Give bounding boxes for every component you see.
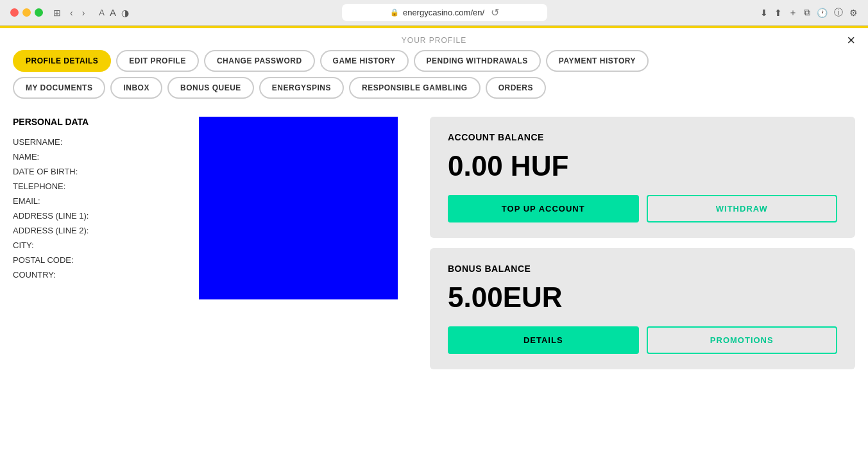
settings-icon[interactable]: ⚙ [849, 8, 858, 18]
minimize-traffic-light[interactable] [22, 8, 31, 17]
traffic-lights [10, 8, 43, 17]
tab-my-documents[interactable]: MY DOCUMENTS [13, 77, 105, 99]
forward-btn[interactable]: › [80, 6, 88, 19]
tab-game-history[interactable]: GAME HISTORY [320, 50, 409, 72]
personal-data-title: PERSONAL DATA [13, 117, 173, 127]
username-label: USERNAME: [13, 137, 173, 147]
tab-inbox[interactable]: INBOX [110, 77, 162, 99]
tab-overview-icon[interactable]: ⧉ [804, 7, 810, 18]
withdraw-button[interactable]: WITHDRAW [647, 195, 838, 222]
info-icon[interactable]: ⓘ [834, 7, 843, 19]
tab-payment-history[interactable]: PAYMENT HISTORY [546, 50, 649, 72]
downloads-icon[interactable]: ⬇ [760, 8, 768, 18]
avatar [199, 117, 398, 299]
tab-orders[interactable]: ORDERS [486, 77, 546, 99]
account-balance-card: ACCOUNT BALANCE 0.00 HUF TOP UP ACCOUNT … [430, 117, 855, 238]
fullscreen-traffic-light[interactable] [35, 8, 43, 17]
address2-label: ADDRESS (LINE 2): [13, 226, 173, 235]
share-icon[interactable]: ⬆ [774, 8, 782, 18]
address-bar[interactable]: 🔒 energycasino.com/en/ ↺ [137, 4, 753, 21]
email-label: EMAIL: [13, 196, 173, 206]
close-traffic-light[interactable] [10, 8, 19, 17]
personal-data-fields: USERNAME: NAME: DATE OF BIRTH: TELEPHONE… [13, 137, 173, 280]
history-icon[interactable]: 🕐 [817, 8, 828, 18]
account-balance-title: ACCOUNT BALANCE [448, 132, 837, 142]
bonus-balance-card: BONUS BALANCE 5.00EUR DETAILS PROMOTIONS [430, 248, 855, 369]
middle-column [192, 117, 411, 369]
font-size-large-btn[interactable]: A [110, 7, 116, 18]
account-balance-actions: TOP UP ACCOUNT WITHDRAW [448, 195, 837, 222]
country-label: COUNTRY: [13, 270, 173, 280]
bonus-balance-amount: 5.00EUR [448, 281, 837, 314]
tabs-row-1: PROFILE DETAILS EDIT PROFILE CHANGE PASS… [13, 50, 855, 72]
name-label: NAME: [13, 152, 173, 162]
account-balance-amount: 0.00 HUF [448, 150, 837, 182]
browser-nav-controls: ⊞ ‹ › [51, 6, 87, 19]
dob-label: DATE OF BIRTH: [13, 167, 173, 176]
bonus-balance-title: BONUS BALANCE [448, 264, 837, 274]
main-area: PERSONAL DATA USERNAME: NAME: DATE OF BI… [13, 117, 855, 369]
lock-icon: 🔒 [390, 8, 399, 17]
browser-chrome: ⊞ ‹ › A A ◑ 🔒 energycasino.com/en/ ↺ ⬇ ⬆… [0, 0, 868, 26]
profile-header: YOUR PROFILE × [13, 28, 855, 50]
back-btn[interactable]: ‹ [67, 6, 76, 19]
address1-label: ADDRESS (LINE 1): [13, 211, 173, 221]
tab-profile-details[interactable]: PROFILE DETAILS [13, 50, 111, 72]
postal-label: POSTAL CODE: [13, 255, 173, 265]
top-up-button[interactable]: TOP UP ACCOUNT [448, 195, 639, 222]
page-content: YOUR PROFILE × PROFILE DETAILS EDIT PROF… [0, 28, 868, 382]
reader-mode-btn[interactable]: ◑ [121, 8, 129, 18]
tab-edit-profile[interactable]: EDIT PROFILE [116, 50, 199, 72]
your-profile-label: YOUR PROFILE [402, 36, 466, 45]
telephone-label: TELEPHONE: [13, 181, 173, 191]
reload-btn[interactable]: ↺ [491, 6, 499, 19]
tabs-row-2: MY DOCUMENTS INBOX BONUS QUEUE ENERGYSPI… [13, 77, 855, 99]
tab-bonus-queue[interactable]: BONUS QUEUE [167, 77, 254, 99]
new-tab-icon[interactable]: ＋ [788, 7, 797, 19]
city-label: CITY: [13, 240, 173, 250]
left-column: PERSONAL DATA USERNAME: NAME: DATE OF BI… [13, 117, 173, 369]
close-button[interactable]: × [847, 33, 855, 47]
details-button[interactable]: DETAILS [448, 326, 639, 354]
bonus-balance-actions: DETAILS PROMOTIONS [448, 326, 837, 354]
tab-energyspins[interactable]: ENERGYSPINS [259, 77, 344, 99]
tab-pending-withdrawals[interactable]: PENDING WITHDRAWALS [414, 50, 541, 72]
right-column: ACCOUNT BALANCE 0.00 HUF TOP UP ACCOUNT … [430, 117, 855, 369]
browser-right-icons: ⬇ ⬆ ＋ ⧉ 🕐 ⓘ ⚙ [760, 7, 858, 19]
tab-responsible-gambling[interactable]: RESPONSIBLE GAMBLING [349, 77, 481, 99]
tab-change-password[interactable]: CHANGE PASSWORD [204, 50, 315, 72]
promotions-button[interactable]: PROMOTIONS [647, 326, 838, 354]
url-text: energycasino.com/en/ [403, 8, 484, 17]
sidebar-toggle-btn[interactable]: ⊞ [51, 6, 64, 19]
font-size-small-btn[interactable]: A [99, 8, 105, 17]
